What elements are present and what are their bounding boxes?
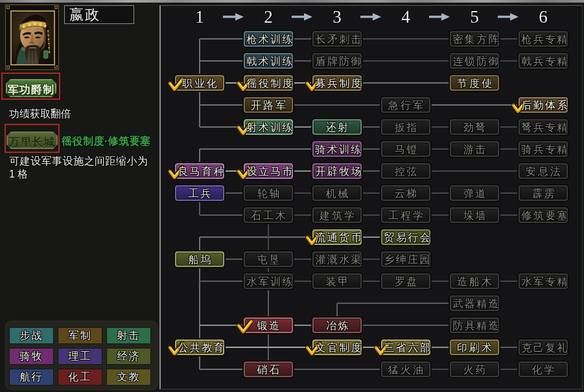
- column-header-2: 2: [255, 7, 281, 27]
- tech-node-sailing-locked[interactable]: 水军训练: [244, 273, 293, 289]
- tech-node-archery-locked[interactable]: 劲弩: [450, 119, 499, 135]
- tree-connector: [362, 259, 381, 260]
- tech-node-label: 屯垦: [245, 253, 292, 266]
- tech-node-engineering-locked[interactable]: 云梯: [381, 185, 430, 201]
- tech-node-engineering-locked[interactable]: 工程学: [381, 207, 430, 223]
- tech-node-military-avail[interactable]: 节度使: [450, 75, 499, 91]
- tech-node-archery-avail[interactable]: 还射: [312, 119, 362, 135]
- tech-node-chemistry-avail[interactable]: 硝石: [244, 362, 293, 377]
- tree-connector: [362, 126, 381, 128]
- tech-node-archery-res[interactable]: 射术训练: [244, 119, 293, 135]
- tech-node-cavalry-locked[interactable]: 马镫: [381, 141, 430, 157]
- tech-node-label: 募兵制度: [314, 77, 360, 89]
- tech-node-label: 文官制度: [314, 341, 360, 354]
- tech-node-military-res[interactable]: 募兵制度: [312, 75, 362, 91]
- tech-node-infantry-locked[interactable]: 盾牌防御: [312, 53, 362, 69]
- tech-node-label: 骑术训练: [314, 143, 360, 156]
- tech-node-chemistry-locked[interactable]: 化学: [519, 362, 568, 377]
- tree-connector: [499, 148, 519, 150]
- tech-node-military-avail[interactable]: 开路军: [244, 97, 293, 113]
- tech-node-economy-locked[interactable]: 屯垦: [244, 251, 293, 267]
- tech-node-cavalry-locked[interactable]: 控弦: [381, 163, 430, 179]
- tech-node-military-res[interactable]: 职业化: [175, 75, 224, 91]
- tech-node-infantry-locked[interactable]: 戟兵专精: [519, 53, 568, 69]
- tech-node-label: 急行军: [382, 99, 429, 111]
- tech-node-cavalry-res[interactable]: 设立马市: [244, 163, 293, 179]
- tech-node-chemistry-locked[interactable]: 火药: [450, 362, 499, 377]
- tech-node-culture-res[interactable]: 公共教育: [175, 340, 224, 355]
- tree-connector: [293, 281, 312, 282]
- tech-node-cavalry-locked[interactable]: 骑兵专精: [519, 141, 568, 157]
- tree-connector: [362, 60, 450, 62]
- tree-connector: [293, 60, 312, 62]
- tree-connector: [499, 214, 519, 216]
- tech-node-label: 克己复礼: [520, 341, 566, 354]
- column-header-4: 4: [393, 7, 419, 27]
- tree-connector: [224, 192, 244, 194]
- tech-node-sailing-locked[interactable]: 造船木: [450, 273, 499, 289]
- tech-node-economy-locked[interactable]: 乡绅庄园: [381, 251, 430, 267]
- tech-node-cavalry-avail[interactable]: 骑术训练: [312, 141, 362, 157]
- tech-node-culture-avail[interactable]: 印刷术: [450, 340, 499, 355]
- tech-node-sailing-locked[interactable]: 罗盘: [381, 273, 430, 289]
- tech-node-label: 劲弩: [451, 121, 498, 133]
- tech-node-economy-locked[interactable]: 灌溉水渠: [312, 251, 362, 267]
- tree-connector: [362, 170, 381, 172]
- tech-node-archery-locked[interactable]: 弩兵专精: [519, 119, 568, 135]
- tech-node-cavalry-locked[interactable]: 安息法: [519, 163, 568, 179]
- tech-node-chemistry-avail[interactable]: 冶炼: [312, 317, 362, 333]
- tech-node-label: 贸易行会: [382, 231, 429, 244]
- tech-node-infantry-avail[interactable]: 枪术训练: [244, 31, 293, 47]
- tech-node-chemistry-locked[interactable]: 猛火油: [381, 362, 430, 377]
- tech-node-cavalry-avail[interactable]: 开辟牧场: [312, 163, 362, 179]
- tech-node-label: 修筑要塞: [520, 209, 566, 222]
- tech-node-label: 轮轴: [245, 187, 292, 200]
- tech-node-engineering-locked[interactable]: 弹道: [450, 185, 499, 201]
- column-arrow-icon: [360, 12, 382, 21]
- tech-node-cavalry-locked[interactable]: 游击: [450, 141, 499, 157]
- tech-node-label: 开辟牧场: [314, 165, 360, 178]
- tech-node-label: 射术训练: [245, 121, 292, 133]
- tech-node-sailing-locked[interactable]: 水军专精: [519, 273, 568, 289]
- tech-node-culture-locked[interactable]: 克己复礼: [519, 340, 568, 355]
- tree-connector: [200, 148, 312, 150]
- tree-connector: [430, 170, 519, 172]
- tech-node-label: 工兵: [176, 187, 223, 200]
- tech-node-military-res[interactable]: 后勤体系: [519, 97, 568, 113]
- tech-node-economy-avail[interactable]: 贸易行会: [381, 229, 430, 245]
- tech-node-infantry-locked[interactable]: 密集方阵: [450, 31, 499, 47]
- tech-node-chemistry-res[interactable]: 锻造: [244, 317, 293, 333]
- tree-connector: [430, 104, 519, 106]
- tech-node-label: 水军专精: [520, 275, 566, 288]
- tech-node-infantry-locked[interactable]: 长矛刺击: [312, 31, 362, 47]
- tech-node-engineering-locked[interactable]: 霹雳: [519, 185, 568, 201]
- tech-node-label: 云梯: [382, 187, 429, 200]
- tech-node-archery-locked[interactable]: 扳指: [381, 119, 430, 135]
- tech-node-engineering-locked[interactable]: 石工木: [244, 207, 293, 223]
- tech-node-chemistry-locked[interactable]: 武器精造: [450, 295, 499, 311]
- tech-node-infantry-avail[interactable]: 戟术训练: [244, 53, 293, 69]
- tech-node-cavalry-res[interactable]: 良马育种: [175, 163, 224, 179]
- tech-node-engineering-avail[interactable]: 工兵: [175, 185, 224, 201]
- tech-node-engineering-locked[interactable]: 建筑学: [312, 207, 362, 223]
- tech-node-label: 装甲: [314, 275, 360, 288]
- tech-node-infantry-locked[interactable]: 连锁防御: [450, 53, 499, 69]
- tech-node-engineering-locked[interactable]: 轮轴: [244, 185, 293, 201]
- tech-node-engineering-locked[interactable]: 机械: [312, 185, 362, 201]
- tech-node-military-res[interactable]: 徭役制度: [244, 75, 293, 91]
- tech-node-engineering-locked[interactable]: 修筑要塞: [519, 207, 568, 223]
- tech-node-label: 戟兵专精: [520, 55, 566, 67]
- tree-connector: [362, 38, 450, 40]
- tech-node-chemistry-locked[interactable]: 防具精造: [450, 317, 499, 333]
- tech-node-engineering-locked[interactable]: 垛墙: [450, 207, 499, 223]
- tech-node-military-locked[interactable]: 急行军: [381, 97, 430, 113]
- tech-node-sailing-locked[interactable]: 装甲: [312, 273, 362, 289]
- tech-node-economy-res[interactable]: 流通货币: [312, 229, 362, 245]
- tech-node-dock-avail[interactable]: 船坞: [175, 251, 224, 267]
- column-arrow-icon: [292, 12, 314, 21]
- tree-connector: [199, 39, 200, 75]
- tech-node-culture-res[interactable]: 文官制度: [312, 340, 362, 355]
- tech-node-culture-res[interactable]: 三省六部: [381, 340, 430, 355]
- tech-node-label: 盾牌防御: [314, 55, 360, 67]
- tech-node-infantry-locked[interactable]: 枪兵专精: [519, 31, 568, 47]
